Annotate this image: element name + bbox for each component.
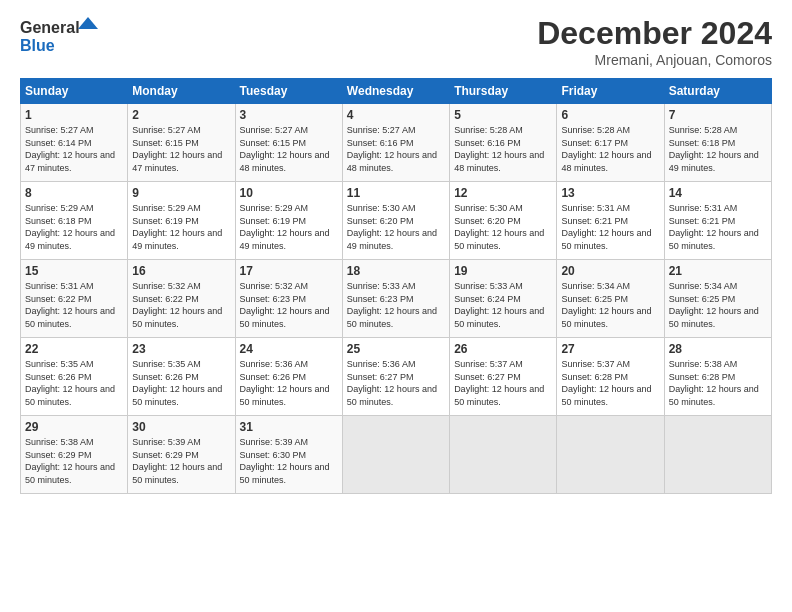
calendar-cell: 9 Sunrise: 5:29 AMSunset: 6:19 PMDayligh… bbox=[128, 182, 235, 260]
page: General Blue December 2024 Mremani, Anjo… bbox=[0, 0, 792, 612]
calendar-cell bbox=[342, 416, 449, 494]
day-number: 2 bbox=[132, 108, 230, 122]
calendar-cell: 30 Sunrise: 5:39 AMSunset: 6:29 PMDaylig… bbox=[128, 416, 235, 494]
calendar-cell: 21 Sunrise: 5:34 AMSunset: 6:25 PMDaylig… bbox=[664, 260, 771, 338]
calendar-cell: 27 Sunrise: 5:37 AMSunset: 6:28 PMDaylig… bbox=[557, 338, 664, 416]
calendar-cell: 2 Sunrise: 5:27 AMSunset: 6:15 PMDayligh… bbox=[128, 104, 235, 182]
calendar-cell: 28 Sunrise: 5:38 AMSunset: 6:28 PMDaylig… bbox=[664, 338, 771, 416]
week-row-1: 1 Sunrise: 5:27 AMSunset: 6:14 PMDayligh… bbox=[21, 104, 772, 182]
calendar-cell: 26 Sunrise: 5:37 AMSunset: 6:27 PMDaylig… bbox=[450, 338, 557, 416]
day-info: Sunrise: 5:37 AMSunset: 6:27 PMDaylight:… bbox=[454, 359, 544, 407]
col-header-monday: Monday bbox=[128, 79, 235, 104]
day-info: Sunrise: 5:30 AMSunset: 6:20 PMDaylight:… bbox=[347, 203, 437, 251]
calendar-cell: 6 Sunrise: 5:28 AMSunset: 6:17 PMDayligh… bbox=[557, 104, 664, 182]
day-info: Sunrise: 5:36 AMSunset: 6:27 PMDaylight:… bbox=[347, 359, 437, 407]
day-number: 30 bbox=[132, 420, 230, 434]
calendar-cell: 11 Sunrise: 5:30 AMSunset: 6:20 PMDaylig… bbox=[342, 182, 449, 260]
svg-marker-2 bbox=[78, 17, 98, 29]
calendar-cell: 20 Sunrise: 5:34 AMSunset: 6:25 PMDaylig… bbox=[557, 260, 664, 338]
logo: General Blue bbox=[20, 15, 100, 60]
day-number: 9 bbox=[132, 186, 230, 200]
calendar-cell: 5 Sunrise: 5:28 AMSunset: 6:16 PMDayligh… bbox=[450, 104, 557, 182]
day-number: 6 bbox=[561, 108, 659, 122]
day-number: 23 bbox=[132, 342, 230, 356]
day-number: 22 bbox=[25, 342, 123, 356]
day-number: 21 bbox=[669, 264, 767, 278]
day-info: Sunrise: 5:28 AMSunset: 6:18 PMDaylight:… bbox=[669, 125, 759, 173]
svg-text:General: General bbox=[20, 19, 80, 36]
calendar-cell: 17 Sunrise: 5:32 AMSunset: 6:23 PMDaylig… bbox=[235, 260, 342, 338]
day-info: Sunrise: 5:27 AMSunset: 6:16 PMDaylight:… bbox=[347, 125, 437, 173]
day-info: Sunrise: 5:39 AMSunset: 6:29 PMDaylight:… bbox=[132, 437, 222, 485]
day-info: Sunrise: 5:29 AMSunset: 6:18 PMDaylight:… bbox=[25, 203, 115, 251]
day-number: 19 bbox=[454, 264, 552, 278]
calendar-cell: 8 Sunrise: 5:29 AMSunset: 6:18 PMDayligh… bbox=[21, 182, 128, 260]
calendar-cell: 7 Sunrise: 5:28 AMSunset: 6:18 PMDayligh… bbox=[664, 104, 771, 182]
day-number: 20 bbox=[561, 264, 659, 278]
day-number: 17 bbox=[240, 264, 338, 278]
day-info: Sunrise: 5:28 AMSunset: 6:17 PMDaylight:… bbox=[561, 125, 651, 173]
calendar-cell: 23 Sunrise: 5:35 AMSunset: 6:26 PMDaylig… bbox=[128, 338, 235, 416]
calendar-cell: 14 Sunrise: 5:31 AMSunset: 6:21 PMDaylig… bbox=[664, 182, 771, 260]
day-info: Sunrise: 5:38 AMSunset: 6:29 PMDaylight:… bbox=[25, 437, 115, 485]
day-number: 28 bbox=[669, 342, 767, 356]
day-number: 26 bbox=[454, 342, 552, 356]
day-info: Sunrise: 5:27 AMSunset: 6:14 PMDaylight:… bbox=[25, 125, 115, 173]
calendar-cell: 4 Sunrise: 5:27 AMSunset: 6:16 PMDayligh… bbox=[342, 104, 449, 182]
week-row-4: 22 Sunrise: 5:35 AMSunset: 6:26 PMDaylig… bbox=[21, 338, 772, 416]
day-info: Sunrise: 5:34 AMSunset: 6:25 PMDaylight:… bbox=[561, 281, 651, 329]
day-info: Sunrise: 5:28 AMSunset: 6:16 PMDaylight:… bbox=[454, 125, 544, 173]
col-header-wednesday: Wednesday bbox=[342, 79, 449, 104]
day-number: 8 bbox=[25, 186, 123, 200]
week-row-5: 29 Sunrise: 5:38 AMSunset: 6:29 PMDaylig… bbox=[21, 416, 772, 494]
day-number: 29 bbox=[25, 420, 123, 434]
day-info: Sunrise: 5:31 AMSunset: 6:21 PMDaylight:… bbox=[669, 203, 759, 251]
calendar-cell bbox=[664, 416, 771, 494]
day-number: 14 bbox=[669, 186, 767, 200]
day-number: 7 bbox=[669, 108, 767, 122]
day-number: 10 bbox=[240, 186, 338, 200]
day-info: Sunrise: 5:27 AMSunset: 6:15 PMDaylight:… bbox=[132, 125, 222, 173]
calendar-cell: 31 Sunrise: 5:39 AMSunset: 6:30 PMDaylig… bbox=[235, 416, 342, 494]
day-number: 5 bbox=[454, 108, 552, 122]
logo-svg: General Blue bbox=[20, 15, 100, 60]
day-number: 1 bbox=[25, 108, 123, 122]
day-number: 31 bbox=[240, 420, 338, 434]
calendar-cell: 25 Sunrise: 5:36 AMSunset: 6:27 PMDaylig… bbox=[342, 338, 449, 416]
calendar-cell: 18 Sunrise: 5:33 AMSunset: 6:23 PMDaylig… bbox=[342, 260, 449, 338]
col-header-sunday: Sunday bbox=[21, 79, 128, 104]
day-info: Sunrise: 5:35 AMSunset: 6:26 PMDaylight:… bbox=[25, 359, 115, 407]
day-info: Sunrise: 5:32 AMSunset: 6:22 PMDaylight:… bbox=[132, 281, 222, 329]
day-number: 18 bbox=[347, 264, 445, 278]
day-info: Sunrise: 5:31 AMSunset: 6:21 PMDaylight:… bbox=[561, 203, 651, 251]
calendar-cell: 1 Sunrise: 5:27 AMSunset: 6:14 PMDayligh… bbox=[21, 104, 128, 182]
day-number: 4 bbox=[347, 108, 445, 122]
day-number: 12 bbox=[454, 186, 552, 200]
day-info: Sunrise: 5:29 AMSunset: 6:19 PMDaylight:… bbox=[240, 203, 330, 251]
day-number: 13 bbox=[561, 186, 659, 200]
day-number: 16 bbox=[132, 264, 230, 278]
header: General Blue December 2024 Mremani, Anjo… bbox=[20, 15, 772, 68]
svg-text:Blue: Blue bbox=[20, 37, 55, 54]
calendar-cell: 22 Sunrise: 5:35 AMSunset: 6:26 PMDaylig… bbox=[21, 338, 128, 416]
calendar-cell: 16 Sunrise: 5:32 AMSunset: 6:22 PMDaylig… bbox=[128, 260, 235, 338]
calendar-table: SundayMondayTuesdayWednesdayThursdayFrid… bbox=[20, 78, 772, 494]
calendar-cell bbox=[450, 416, 557, 494]
day-info: Sunrise: 5:31 AMSunset: 6:22 PMDaylight:… bbox=[25, 281, 115, 329]
day-info: Sunrise: 5:36 AMSunset: 6:26 PMDaylight:… bbox=[240, 359, 330, 407]
day-info: Sunrise: 5:39 AMSunset: 6:30 PMDaylight:… bbox=[240, 437, 330, 485]
day-info: Sunrise: 5:37 AMSunset: 6:28 PMDaylight:… bbox=[561, 359, 651, 407]
calendar-cell: 10 Sunrise: 5:29 AMSunset: 6:19 PMDaylig… bbox=[235, 182, 342, 260]
col-header-thursday: Thursday bbox=[450, 79, 557, 104]
day-info: Sunrise: 5:35 AMSunset: 6:26 PMDaylight:… bbox=[132, 359, 222, 407]
location: Mremani, Anjouan, Comoros bbox=[537, 52, 772, 68]
col-header-friday: Friday bbox=[557, 79, 664, 104]
day-info: Sunrise: 5:38 AMSunset: 6:28 PMDaylight:… bbox=[669, 359, 759, 407]
col-header-saturday: Saturday bbox=[664, 79, 771, 104]
title-section: December 2024 Mremani, Anjouan, Comoros bbox=[537, 15, 772, 68]
calendar-cell bbox=[557, 416, 664, 494]
calendar-cell: 12 Sunrise: 5:30 AMSunset: 6:20 PMDaylig… bbox=[450, 182, 557, 260]
day-info: Sunrise: 5:30 AMSunset: 6:20 PMDaylight:… bbox=[454, 203, 544, 251]
calendar-cell: 13 Sunrise: 5:31 AMSunset: 6:21 PMDaylig… bbox=[557, 182, 664, 260]
week-row-3: 15 Sunrise: 5:31 AMSunset: 6:22 PMDaylig… bbox=[21, 260, 772, 338]
